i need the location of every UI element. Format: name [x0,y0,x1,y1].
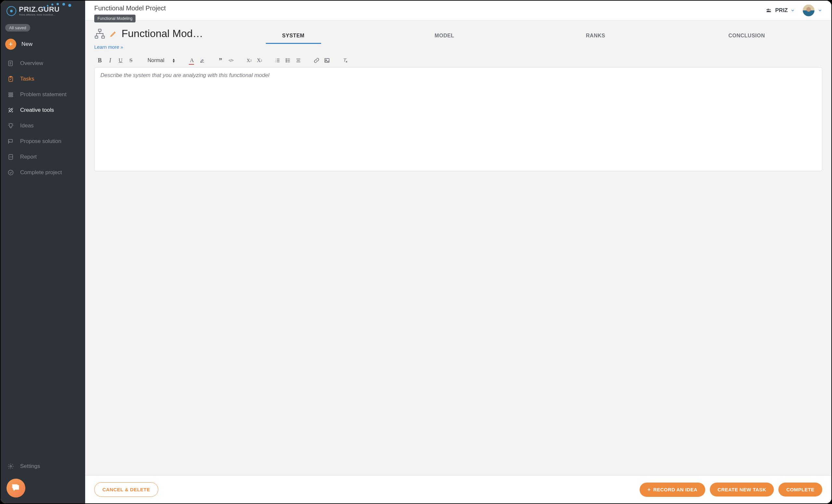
sidebar-item-overview[interactable]: Overview [1,56,85,71]
editor-toolbar: B I U S Normal ▲▼ A [94,54,822,67]
chevron-down-icon [790,8,795,13]
tab-model[interactable]: MODEL [369,30,520,44]
code-block-button[interactable]: </> [227,57,234,64]
gear-icon [7,463,14,470]
sidebar-item-label: Tasks [20,76,34,82]
bold-button[interactable]: B [96,57,103,64]
svg-point-20 [286,58,287,59]
svg-point-13 [767,9,768,10]
tab-system[interactable]: SYSTEM [218,30,369,44]
logo-mark-icon [6,6,16,16]
link-button[interactable] [313,57,320,64]
sidebar-item-label: Problem statement [20,91,67,98]
footer-bar: CANCEL & DELETE + RECORD AN IDEA CREATE … [85,475,831,503]
tools-icon [7,107,14,113]
svg-rect-14 [99,29,101,31]
header-right: PRIZ [765,4,822,20]
svg-text:3: 3 [276,61,277,63]
create-new-task-button[interactable]: CREATE NEW TASK [710,482,774,497]
sidebar-item-label: Settings [20,463,40,470]
clear-formatting-button[interactable] [342,57,349,64]
complete-icon [7,169,14,176]
plus-icon: + [5,39,16,50]
problem-icon [7,91,14,98]
sidebar-item-label: Report [20,154,37,160]
align-button[interactable] [295,57,302,64]
ordered-list-button[interactable]: 123 [274,57,281,64]
unordered-list-button[interactable] [284,57,291,64]
people-icon [765,7,773,13]
italic-button[interactable]: I [107,57,114,64]
new-label: New [22,41,32,48]
highlight-color-button[interactable] [199,57,206,64]
content-tabs: SYSTEM MODEL RANKS CONCLUSION [218,28,822,44]
sidebar-item-ideas[interactable]: Ideas [1,118,85,134]
svg-rect-23 [325,58,330,62]
sidebar-item-label: Complete project [20,169,62,176]
sidebar-item-label: Creative tools [20,107,54,113]
avatar [803,4,814,16]
app-root: PRIZ.GURU Think different, think inventi… [1,1,831,503]
sidebar-item-propose-solution[interactable]: Propose solution [1,134,85,149]
sidebar-item-creative-tools[interactable]: Creative tools [1,102,85,118]
sort-icon: ▲▼ [172,58,176,63]
title-left: Functional Mod… Learn more » [94,28,218,50]
editor-placeholder: Describe the system that you are analyzi… [100,72,269,78]
svg-rect-15 [95,36,98,38]
tab-conclusion[interactable]: CONCLUSION [671,30,822,44]
functional-model-icon [94,28,105,39]
cancel-delete-button[interactable]: CANCEL & DELETE [94,482,158,497]
logo[interactable]: PRIZ.GURU Think different, think inventi… [1,1,85,20]
sidebar-item-label: Propose solution [20,138,61,144]
subscript-button[interactable]: X2 [245,57,253,64]
paragraph-style-label: Normal [148,57,164,63]
logo-dots-icon [43,3,72,9]
sidebar: PRIZ.GURU Think different, think inventi… [1,1,85,503]
workspace-switcher[interactable]: PRIZ [765,7,795,14]
svg-point-12 [770,9,771,10]
tab-ranks[interactable]: RANKS [520,30,671,44]
plus-icon: + [647,487,651,493]
tasks-icon [7,76,14,82]
learn-more-link[interactable]: Learn more » [94,44,218,50]
report-icon: PDF [7,154,14,160]
header-bar: Functional Model Project Functional Mode… [85,1,831,21]
workspace-label: PRIZ [775,7,788,14]
chevron-down-icon [818,8,822,13]
svg-point-21 [286,60,287,61]
sidebar-nav: Overview Tasks Problem statement Creativ… [1,56,85,180]
brand-tagline: Think different, think inventive... [19,14,60,16]
underline-button[interactable]: U [117,57,124,64]
header-left: Functional Model Project Functional Mode… [94,4,166,19]
sidebar-item-settings[interactable]: Settings [1,458,85,474]
sidebar-item-problem-statement[interactable]: Problem statement [1,87,85,102]
title-row: Functional Mod… Learn more » SYSTEM MODE… [85,21,831,51]
sidebar-item-complete-project[interactable]: Complete project [1,165,85,180]
blockquote-button[interactable]: ” [217,57,224,64]
chat-widget-button[interactable] [6,479,25,498]
sidebar-item-label: Ideas [20,123,34,129]
text-color-button[interactable]: A [188,57,195,64]
new-button[interactable]: + New [1,35,85,56]
breadcrumb: Functional Modeling [94,15,135,22]
record-idea-label: RECORD AN IDEA [653,487,698,492]
svg-point-10 [10,466,12,467]
sidebar-item-tasks[interactable]: Tasks [1,71,85,87]
ideas-icon [7,123,14,129]
paragraph-style-select[interactable]: Normal ▲▼ [146,57,177,63]
complete-button[interactable]: COMPLETE [778,482,822,497]
project-title: Functional Model Project [94,4,166,15]
editor-area: B I U S Normal ▲▼ A [85,51,831,178]
main-content: Functional Model Project Functional Mode… [85,1,831,503]
svg-rect-4 [8,94,13,95]
overview-icon [7,60,14,67]
svg-rect-16 [102,36,105,38]
record-idea-button[interactable]: + RECORD AN IDEA [640,482,705,497]
superscript-button[interactable]: X2 [256,57,263,64]
edit-icon[interactable] [110,30,117,37]
image-button[interactable] [323,57,331,64]
editor-textarea[interactable]: Describe the system that you are analyzi… [94,67,822,171]
strikethrough-button[interactable]: S [127,57,134,64]
user-menu[interactable] [803,4,822,16]
sidebar-item-report[interactable]: PDF Report [1,149,85,165]
